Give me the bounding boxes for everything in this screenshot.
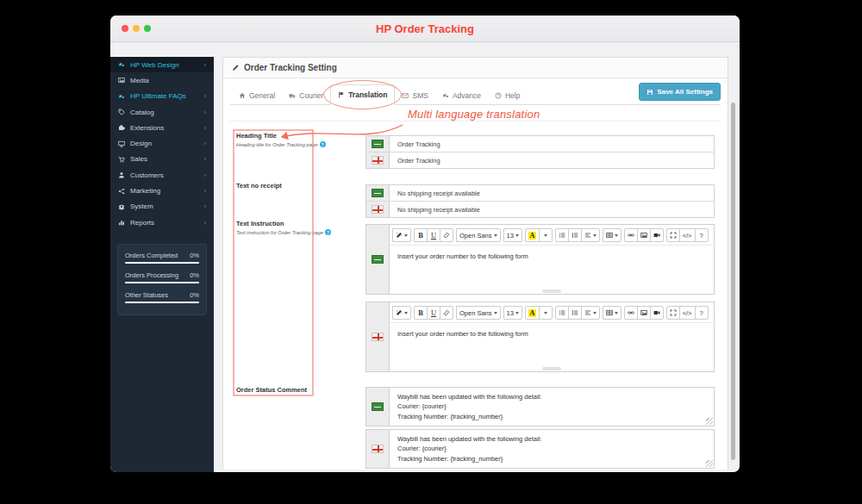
paragraph-align-dropdown[interactable] [581,306,600,320]
editor-content-en[interactable]: Insert your order number to the followin… [390,246,714,294]
truck-icon [289,92,296,99]
textarea-resize-handle[interactable] [706,418,713,425]
order-status-comment-textarea-alt[interactable]: Waybill has been updated with the follow… [390,430,714,468]
sidebar-item-hp-web-design[interactable]: HP Web Design › [110,57,214,72]
ordered-list-button[interactable] [568,228,582,242]
editor-content-alt[interactable]: Insert your order number to the followin… [390,323,714,371]
sidebar-item-design[interactable]: Design › [110,135,214,151]
help-tooltip-icon[interactable]: ? [325,229,331,235]
field-label: Order Status Comment [236,386,365,394]
unordered-list-button[interactable] [555,306,569,320]
bold-button[interactable]: B [414,228,428,242]
editor-help-button[interactable]: ? [695,228,709,242]
editor-resize-handle[interactable] [542,367,561,370]
sidebar-item-media[interactable]: Media [110,72,214,88]
caret-icon [404,312,408,314]
chevron-right-icon: › [204,188,206,194]
unordered-list-icon [559,309,565,316]
textarea-resize-handle[interactable] [706,460,713,467]
tab-help[interactable]: Help [488,86,527,105]
pencil-icon [232,64,240,72]
fullscreen-button[interactable] [666,306,680,320]
code-view-button[interactable]: </> [679,228,696,242]
gear-icon [118,203,125,210]
envelope-icon [402,92,409,99]
sidebar-item-hp-ultimate-faqs[interactable]: HP Ultimate FAQs › [110,89,214,104]
order-status-comment-textarea-en[interactable]: Waybill has been updated with the follow… [390,388,714,426]
language-flag-icon [372,402,384,411]
flag-cell [366,152,390,168]
clear-format-button[interactable] [440,306,453,320]
heading-title-input-alt[interactable]: Order Tracking [390,152,714,168]
underline-button[interactable]: U [427,228,440,242]
style-dropdown-button[interactable] [392,228,411,242]
field-help-text: Text instruction for Order Tracking page [236,230,323,235]
field-help: Heading title for Order Tracking page ? [236,141,365,147]
editor-toolbar: B U Open Sans 13 A [390,225,714,246]
insert-video-button[interactable] [650,228,664,242]
editor-main: B U Open Sans 13 A [390,225,714,294]
tab-sms[interactable]: SMS [395,86,434,105]
font-family-dropdown[interactable]: Open Sans [456,228,501,242]
text-no-receipt-input-en[interactable]: No shipping receipt available [390,185,714,201]
editor-resize-handle[interactable] [542,289,561,293]
sidebar-item-extensions[interactable]: Extensions › [110,120,214,135]
fullscreen-button[interactable] [666,228,680,242]
sidebar-item-label: Sales [130,155,147,163]
insert-link-button[interactable] [624,306,638,320]
font-color-button[interactable]: A [525,306,540,320]
insert-image-button[interactable] [637,306,651,320]
sidebar-item-customers[interactable]: Customers › [110,167,214,183]
font-color-dropdown[interactable] [539,306,553,320]
sidebar-item-reports[interactable]: Reports › [110,215,214,230]
font-color-button[interactable]: A [525,228,540,242]
caret-icon [404,234,408,237]
save-all-settings-button[interactable]: Save All Settings [639,83,721,101]
font-color-dropdown[interactable] [539,228,553,242]
code-view-button[interactable]: </> [679,306,696,320]
help-tooltip-icon[interactable]: ? [320,141,326,147]
caret-icon [544,234,547,237]
underline-button[interactable]: U [427,306,440,320]
paragraph-align-dropdown[interactable] [581,228,600,242]
puzzle-icon [118,124,125,131]
tab-translation[interactable]: Translation [330,84,395,105]
window-body: HP Web Design › Media HP Ultimate FAQs › [110,42,740,472]
clear-format-button[interactable] [440,228,453,242]
picture-icon [640,232,647,239]
tab-advance[interactable]: Advance [435,86,488,105]
font-size-dropdown[interactable]: 13 [503,306,522,320]
gears-icon [118,93,125,100]
text-no-receipt-input-alt[interactable]: No shipping receipt available [390,202,714,217]
table-dropdown[interactable] [603,228,622,242]
style-dropdown-button[interactable] [392,306,411,320]
tab-courier[interactable]: Courier [282,86,330,105]
vertical-scrollbar-thumb[interactable] [731,103,735,460]
editor-help-button[interactable]: ? [695,306,709,320]
heading-title-input-en[interactable]: Order Tracking [390,136,714,152]
video-icon [653,232,660,239]
flag-icon [338,91,345,98]
sidebar-item-catalog[interactable]: Catalog › [110,104,214,120]
monitor-icon [118,140,125,147]
font-size-dropdown[interactable]: 13 [503,228,522,242]
sidebar-item-marketing[interactable]: Marketing › [110,183,214,198]
zoom-window-button[interactable] [144,25,151,32]
field-label-block: Order Status Comment [236,384,365,469]
table-dropdown[interactable] [603,306,622,320]
stat-orders-completed: Orders Completed 0% [125,252,199,264]
unordered-list-button[interactable] [555,228,569,242]
insert-link-button[interactable] [624,228,638,242]
close-window-button[interactable] [122,25,128,32]
insert-image-button[interactable] [637,228,651,242]
sidebar-item-system[interactable]: System › [110,199,214,215]
bold-button[interactable]: B [414,306,428,320]
textarea-group-alt: Waybill has been updated with the follow… [365,429,715,469]
sidebar-item-sales[interactable]: Sales › [110,152,214,167]
traffic-lights [122,16,151,41]
tab-general[interactable]: General [232,86,282,105]
ordered-list-button[interactable] [568,306,582,320]
font-family-dropdown[interactable]: Open Sans [456,306,501,320]
minimize-window-button[interactable] [133,25,140,32]
insert-video-button[interactable] [650,306,664,320]
